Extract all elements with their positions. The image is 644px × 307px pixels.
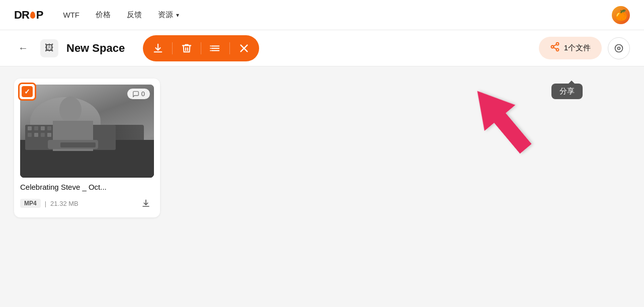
nav-wtf[interactable]: WTF xyxy=(63,11,79,19)
file-download-button[interactable] xyxy=(138,195,154,211)
file-select-checkbox[interactable]: ✓ xyxy=(18,83,36,101)
share-count-label: 1个文件 xyxy=(564,43,591,53)
settings-button[interactable] xyxy=(608,37,630,59)
toolbar-divider-1 xyxy=(172,42,173,54)
logo[interactable]: DRP xyxy=(14,9,43,22)
svg-rect-28 xyxy=(47,133,51,137)
toolbar-divider-2 xyxy=(201,42,201,54)
header-bar: ← 🖼 New Space xyxy=(0,30,644,66)
main-content: ✓ xyxy=(0,66,644,307)
svg-rect-19 xyxy=(41,126,45,130)
file-size: 21.32 MB xyxy=(50,200,78,207)
file-meta-left: MP4 | 21.32 MB xyxy=(20,199,78,208)
svg-rect-18 xyxy=(34,126,38,130)
svg-point-31 xyxy=(59,97,82,123)
file-meta: MP4 | 21.32 MB xyxy=(20,195,154,211)
close-button[interactable] xyxy=(233,38,255,58)
header-right: 1个文件 xyxy=(539,37,630,59)
arrow-annotation xyxy=(453,76,553,169)
meta-divider: | xyxy=(45,200,46,207)
file-card: ✓ xyxy=(14,79,160,217)
nav-links: WTF 价格 反馈 资源 xyxy=(63,10,612,20)
file-type-badge: MP4 xyxy=(20,199,41,208)
file-name: Celebrating Steve _ Oct... xyxy=(20,183,154,191)
svg-point-3 xyxy=(210,45,211,46)
top-nav: DRP WTF 价格 反馈 资源 🍊 xyxy=(0,0,644,30)
share-icon xyxy=(550,42,560,54)
svg-rect-26 xyxy=(34,133,38,137)
nav-feedback[interactable]: 反馈 xyxy=(127,10,142,20)
nav-price[interactable]: 价格 xyxy=(96,10,111,20)
list-button[interactable] xyxy=(204,38,226,58)
back-button[interactable]: ← xyxy=(14,39,32,57)
svg-point-5 xyxy=(210,50,211,51)
svg-rect-25 xyxy=(28,133,32,137)
svg-marker-35 xyxy=(462,78,541,162)
comment-badge: 0 xyxy=(127,89,150,99)
arrow-svg xyxy=(453,76,553,167)
download-button[interactable] xyxy=(147,38,169,58)
logo-dot xyxy=(30,12,35,19)
checkmark-icon: ✓ xyxy=(22,86,33,97)
user-avatar[interactable]: 🍊 xyxy=(612,6,630,24)
page-title: New Space xyxy=(66,42,125,55)
share-file-button[interactable]: 1个文件 xyxy=(539,37,602,59)
svg-line-11 xyxy=(553,47,556,49)
delete-button[interactable] xyxy=(176,38,198,58)
comment-count: 0 xyxy=(141,90,145,98)
svg-rect-34 xyxy=(60,142,96,147)
toolbar-divider-3 xyxy=(229,42,230,54)
file-thumbnail: 0 xyxy=(20,85,154,178)
share-tooltip-label: 分享 xyxy=(551,84,583,99)
svg-rect-27 xyxy=(41,133,45,137)
svg-point-14 xyxy=(618,47,620,49)
svg-rect-20 xyxy=(47,126,51,130)
nav-resources[interactable]: 资源 xyxy=(158,10,179,20)
svg-rect-17 xyxy=(28,126,32,130)
svg-point-4 xyxy=(210,47,211,48)
comment-icon xyxy=(132,91,139,98)
action-toolbar xyxy=(143,35,259,61)
svg-line-12 xyxy=(553,44,556,46)
space-icon: 🖼 xyxy=(40,39,58,57)
svg-point-13 xyxy=(615,44,623,52)
